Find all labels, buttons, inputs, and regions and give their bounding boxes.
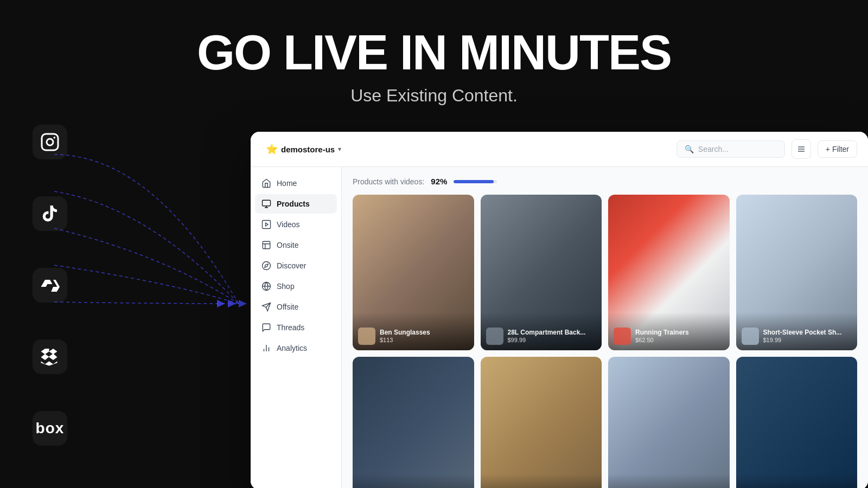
hero-section: GO LIVE IN MINUTES Use Existing Content. <box>0 0 868 106</box>
product-text: Ben Sunglasses $113 <box>380 329 469 343</box>
product-info-overlay: Short Sleeve Shirt $90 <box>481 474 602 488</box>
sidebar-item-analytics[interactable]: Analytics <box>255 338 337 358</box>
instagram-icon <box>33 125 67 159</box>
product-info-overlay: Short-Sleeve Pocket Sh... $19.99 <box>736 312 858 350</box>
tiktok-icon <box>33 196 67 231</box>
product-price: $62.50 <box>635 337 724 343</box>
sidebar-label-home: Home <box>277 179 297 188</box>
google-drive-icon <box>33 268 67 303</box>
sidebar-item-threads[interactable]: Threads <box>255 318 337 337</box>
app-window: ⭐ demostore-us ▾ 🔍 Search... + Filter <box>251 132 868 488</box>
product-card[interactable]: Short Sleeve Shirt $90 <box>481 357 602 488</box>
shop-icon <box>261 281 271 291</box>
sidebar-item-onsite[interactable]: Onsite <box>255 235 337 255</box>
product-photo <box>481 357 602 488</box>
main-content: Home Products Videos Onsit <box>251 167 868 488</box>
hero-subtitle: Use Existing Content. <box>0 86 868 106</box>
filter-button[interactable]: + Filter <box>818 140 857 158</box>
store-name: demostore-us <box>281 145 335 154</box>
product-name: Short-Sleeve Pocket Sh... <box>763 329 852 336</box>
svg-marker-3 <box>239 300 247 307</box>
svg-rect-12 <box>263 221 271 229</box>
store-selector[interactable]: ⭐ demostore-us ▾ <box>261 141 346 157</box>
discover-icon <box>261 261 271 271</box>
svg-marker-5 <box>217 300 225 307</box>
sidebar-item-discover[interactable]: Discover <box>255 256 337 275</box>
product-photo <box>736 357 858 488</box>
sidebar-label-analytics: Analytics <box>277 344 307 352</box>
sidebar-label-onsite: Onsite <box>277 241 298 249</box>
product-text: Short-Sleeve Pocket Sh... $19.99 <box>763 329 852 343</box>
box-logo-text: box <box>36 420 65 437</box>
svg-rect-14 <box>263 241 270 249</box>
top-bar: ⭐ demostore-us ▾ 🔍 Search... + Filter <box>251 132 868 167</box>
product-info-overlay: Running Trainers $62.50 <box>608 312 730 350</box>
dropbox-icon <box>33 339 67 374</box>
product-thumbnail <box>614 328 631 345</box>
svg-point-2 <box>53 137 55 139</box>
progress-bar-fill <box>454 180 494 183</box>
product-card[interactable]: Short-Sleeve Pocket Sh... $19.99 <box>736 195 858 350</box>
sidebar: Home Products Videos Onsit <box>251 167 342 488</box>
svg-rect-0 <box>42 134 58 150</box>
product-price: $99.99 <box>508 337 597 343</box>
product-name: 28L Compartment Back... <box>508 329 597 336</box>
sidebar-item-shop[interactable]: Shop <box>255 277 337 296</box>
filter-label: + Filter <box>826 145 849 153</box>
videos-icon <box>261 220 271 229</box>
product-card[interactable]: Casual Sunglasses $45 <box>736 357 858 488</box>
product-info-overlay: Beenie $25 <box>608 474 730 488</box>
product-card[interactable]: Running Trainers $62.50 <box>608 195 730 350</box>
product-card[interactable]: Kids Jacket $90 <box>353 357 474 488</box>
offsite-icon <box>261 302 271 312</box>
product-name: Ben Sunglasses <box>380 329 469 336</box>
svg-point-1 <box>47 139 53 145</box>
products-header: Products with videos: 92% <box>353 177 857 186</box>
sidebar-item-videos[interactable]: Videos <box>255 215 337 234</box>
product-price: $19.99 <box>763 337 852 343</box>
product-card[interactable]: 28L Compartment Back... $99.99 <box>481 195 602 350</box>
product-thumbnail <box>358 328 375 345</box>
hero-title: GO LIVE IN MINUTES <box>0 28 868 77</box>
search-placeholder: Search... <box>698 145 729 153</box>
product-info-overlay: 28L Compartment Back... $99.99 <box>481 312 602 350</box>
sidebar-label-videos: Videos <box>277 220 300 229</box>
product-photo <box>608 357 730 488</box>
progress-bar-background <box>454 180 497 183</box>
search-bar[interactable]: 🔍 Search... <box>676 140 785 158</box>
home-icon <box>261 178 271 188</box>
sidebar-item-home[interactable]: Home <box>255 174 337 193</box>
sidebar-label-shop: Shop <box>277 282 295 291</box>
product-thumbnail <box>486 328 503 345</box>
product-name: Running Trainers <box>635 329 724 336</box>
sort-button[interactable] <box>792 139 811 159</box>
product-text: Running Trainers $62.50 <box>635 329 724 343</box>
svg-point-15 <box>263 262 271 270</box>
sidebar-item-products[interactable]: Products <box>255 194 337 214</box>
product-grid: Ben Sunglasses $113 28L Compartment Back… <box>353 195 857 488</box>
product-text: 28L Compartment Back... $99.99 <box>508 329 597 343</box>
product-info-overlay: Kids Jacket $90 <box>353 474 474 488</box>
search-icon: 🔍 <box>685 145 694 153</box>
product-thumbnail <box>742 328 759 345</box>
product-info-overlay: Ben Sunglasses $113 <box>353 312 474 350</box>
onsite-icon <box>261 240 271 250</box>
sidebar-item-offsite[interactable]: Offsite <box>255 297 337 317</box>
sidebar-label-products: Products <box>277 200 310 208</box>
products-with-videos-label: Products with videos: <box>353 177 424 186</box>
product-price: $113 <box>380 337 469 343</box>
sidebar-label-offsite: Offsite <box>277 303 298 311</box>
svg-marker-16 <box>265 264 268 267</box>
sidebar-label-threads: Threads <box>277 323 304 332</box>
analytics-icon <box>261 343 271 353</box>
svg-marker-13 <box>266 223 269 226</box>
chevron-down-icon: ▾ <box>338 145 341 153</box>
sidebar-label-discover: Discover <box>277 261 306 270</box>
products-icon <box>261 199 271 209</box>
product-card[interactable]: Beenie $25 <box>608 357 730 488</box>
products-area: Products with videos: 92% Ben Sunglasses… <box>342 167 868 488</box>
products-percentage: 92% <box>431 177 447 186</box>
product-card[interactable]: Ben Sunglasses $113 <box>353 195 474 350</box>
svg-rect-9 <box>263 200 271 206</box>
product-info-overlay: Casual Sunglasses $45 <box>736 474 858 488</box>
